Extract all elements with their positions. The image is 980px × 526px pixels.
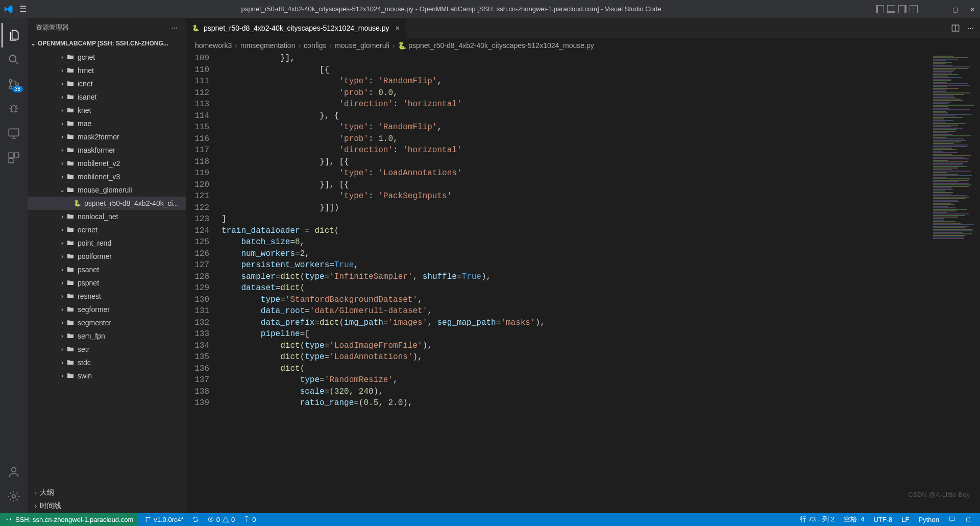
- outline-section[interactable]: › 大纲: [28, 486, 186, 499]
- bell-icon[interactable]: [965, 516, 972, 523]
- status-language[interactable]: Python: [919, 516, 939, 523]
- extensions-icon: [7, 151, 20, 164]
- activity-account[interactable]: [2, 460, 26, 484]
- tree-folder[interactable]: ›sem_fpn: [28, 329, 186, 343]
- code-content[interactable]: }], [{ 'type': 'RandomFlip', 'prob': 0.0…: [222, 53, 930, 513]
- editor-tab[interactable]: 🐍 pspnet_r50-d8_4xb2-40k_cityscapes-512x…: [186, 18, 406, 38]
- window-title: pspnet_r50-d8_4xb2-40k_cityscapes-512x10…: [27, 5, 876, 13]
- tree-label: mae: [78, 119, 91, 128]
- status-eol[interactable]: LF: [901, 516, 909, 523]
- tree-label: mask2former: [78, 133, 119, 141]
- status-spaces[interactable]: 空格: 4: [844, 515, 864, 524]
- tree-folder[interactable]: ›mae: [28, 117, 186, 130]
- layout-grid-icon[interactable]: [910, 5, 918, 13]
- code-editor[interactable]: 1091101111121131141151161171181191201211…: [186, 53, 980, 513]
- folder-icon: [66, 80, 75, 88]
- activity-settings[interactable]: [2, 484, 26, 509]
- activity-explorer[interactable]: [2, 23, 26, 47]
- tree-folder[interactable]: ⌄mouse_glomeruli: [28, 183, 186, 197]
- tree-folder[interactable]: ›resnest: [28, 290, 186, 303]
- tree-folder[interactable]: ›knet: [28, 104, 186, 117]
- panel-left-icon[interactable]: [876, 5, 884, 13]
- tree-label: resnest: [78, 292, 101, 300]
- tree-folder[interactable]: ›hrnet: [28, 64, 186, 77]
- panel-bottom-icon[interactable]: [887, 5, 895, 13]
- remote-label: SSH: ssh.cn-zhongwei-1.paracloud.com: [15, 516, 133, 523]
- git-branch-icon: [144, 516, 152, 523]
- tree-folder[interactable]: ›segformer: [28, 303, 186, 316]
- tree-folder[interactable]: ›nonlocal_net: [28, 210, 186, 223]
- tree-folder[interactable]: ›setr: [28, 343, 186, 356]
- outline-label: 大纲: [40, 488, 54, 497]
- tree-folder[interactable]: ›maskformer: [28, 144, 186, 157]
- activity-remote[interactable]: [2, 121, 26, 146]
- breadcrumb-item[interactable]: homework3: [195, 41, 232, 50]
- minimize-icon[interactable]: —: [935, 6, 941, 12]
- breadcrumb[interactable]: homework3›mmsegmentation›configs›mouse_g…: [186, 38, 980, 53]
- tree-folder[interactable]: ›mask2former: [28, 130, 186, 144]
- maximize-icon[interactable]: ▢: [952, 6, 959, 12]
- folder-icon: [66, 93, 75, 101]
- tree-folder[interactable]: ›stdc: [28, 356, 186, 369]
- tree-folder[interactable]: ›swin: [28, 369, 186, 382]
- titlebar: ☰ pspnet_r50-d8_4xb2-40k_cityscapes-512x…: [0, 0, 980, 18]
- svg-point-2: [9, 86, 12, 89]
- feedback-icon[interactable]: [948, 516, 955, 523]
- sidebar-section[interactable]: ⌄ OPENMMLABCAMP [SSH: SSH.CN-ZHONG...: [28, 37, 186, 50]
- layout-controls[interactable]: [876, 5, 918, 13]
- status-encoding[interactable]: UTF-8: [874, 516, 893, 523]
- activity-extensions[interactable]: [2, 146, 26, 170]
- tree-label: hrnet: [78, 66, 94, 75]
- status-remote[interactable]: SSH: ssh.cn-zhongwei-1.paracloud.com: [0, 513, 138, 526]
- timeline-section[interactable]: › 时间线: [28, 499, 186, 513]
- folder-icon: [66, 212, 75, 221]
- status-branch[interactable]: v1.0.0rc4*: [144, 516, 184, 523]
- tree-folder[interactable]: ›pspnet: [28, 276, 186, 290]
- breadcrumb-item[interactable]: 🐍 pspnet_r50-d8_4xb2-40k_cityscapes-512x…: [398, 41, 594, 50]
- minimap[interactable]: [930, 53, 980, 513]
- tree-folder[interactable]: ›point_rend: [28, 236, 186, 250]
- activity-bar: 38: [0, 18, 28, 513]
- tree-folder[interactable]: ›poolformer: [28, 250, 186, 263]
- status-ports[interactable]: 0: [243, 516, 256, 523]
- tree-folder[interactable]: ›psanet: [28, 263, 186, 276]
- folder-icon: [66, 266, 75, 274]
- tree-folder[interactable]: ›icnet: [28, 77, 186, 90]
- breadcrumb-item[interactable]: mmsegmentation: [240, 41, 295, 50]
- more-actions-icon[interactable]: ⋯: [967, 25, 974, 32]
- more-icon[interactable]: ⋯: [171, 24, 178, 32]
- activity-search[interactable]: [2, 47, 26, 72]
- tree-folder[interactable]: ›segmenter: [28, 316, 186, 329]
- status-sync[interactable]: [192, 516, 199, 523]
- search-icon: [7, 53, 20, 66]
- tree-file[interactable]: 🐍pspnet_r50-d8_4xb2-40k_ci...: [28, 197, 186, 210]
- tree-folder[interactable]: ›mobilenet_v3: [28, 170, 186, 183]
- tree-folder[interactable]: ›mobilenet_v2: [28, 157, 186, 170]
- close-tab-icon[interactable]: ×: [395, 24, 399, 32]
- breadcrumb-item[interactable]: configs: [304, 41, 326, 50]
- file-tree: ›gcnet›hrnet›icnet›isanet›knet›mae›mask2…: [28, 50, 186, 486]
- tree-folder[interactable]: ›ocrnet: [28, 223, 186, 236]
- tree-label: segmenter: [78, 319, 111, 327]
- folder-icon: [66, 279, 75, 287]
- tree-label: segformer: [78, 305, 110, 314]
- status-position[interactable]: 行 73，列 2: [800, 515, 835, 524]
- chevron-down-icon: ⌄: [31, 40, 36, 47]
- warning-icon: [222, 516, 229, 523]
- bug-icon: [7, 102, 20, 115]
- folder-icon: [66, 319, 75, 327]
- split-editor-icon[interactable]: [951, 23, 960, 33]
- breadcrumb-item[interactable]: mouse_glomeruli: [335, 41, 389, 50]
- tree-folder[interactable]: ›gcnet: [28, 51, 186, 64]
- activity-scm[interactable]: 38: [2, 72, 26, 97]
- status-problems[interactable]: 0 0: [207, 516, 235, 523]
- folder-icon: [66, 372, 75, 380]
- menu-icon[interactable]: ☰: [19, 4, 27, 14]
- close-icon[interactable]: ✕: [970, 6, 976, 12]
- tree-folder[interactable]: ›isanet: [28, 90, 186, 104]
- timeline-label: 时间线: [40, 501, 61, 511]
- activity-debug[interactable]: [2, 97, 26, 121]
- tree-label: psanet: [78, 266, 99, 274]
- account-icon: [7, 465, 20, 479]
- panel-right-icon[interactable]: [898, 5, 906, 13]
